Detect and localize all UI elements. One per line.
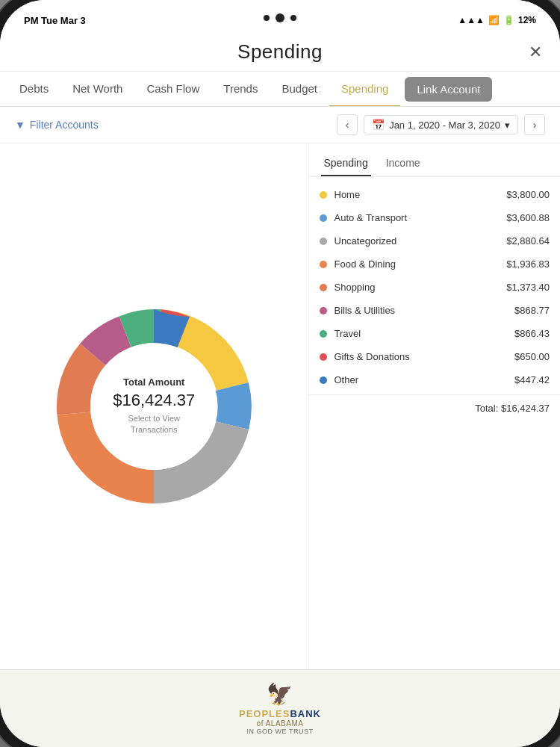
page-header: Spending ✕ — [0, 33, 560, 72]
bank-tagline: IN GOD WE TRUST — [239, 728, 321, 735]
date-range-picker[interactable]: 📅 Jan 1, 2020 - Mar 3, 2020 ▾ — [364, 115, 518, 134]
legend-name: Travel — [335, 328, 515, 339]
wifi-icon: 📶 — [488, 15, 500, 25]
legend-amount: $447.42 — [514, 374, 550, 385]
legend-amount: $3,600.88 — [506, 212, 550, 223]
list-item[interactable]: Auto & Transport $3,600.88 — [309, 206, 561, 229]
legend-dot-travel — [320, 330, 327, 338]
legend-name: Home — [335, 189, 507, 200]
close-button[interactable]: ✕ — [529, 43, 542, 62]
tab-net-worth[interactable]: Net Worth — [60, 72, 134, 107]
next-date-button[interactable]: › — [524, 114, 545, 135]
camera-notch — [264, 13, 296, 22]
svg-point-0 — [90, 343, 217, 470]
list-item[interactable]: Shopping $1,373.40 — [309, 276, 561, 299]
filter-bar: ▼ Filter Accounts ‹ 📅 Jan 1, 2020 - Mar … — [0, 107, 560, 143]
list-item[interactable]: Travel $866.43 — [309, 322, 561, 345]
page-title: Spending — [237, 40, 323, 63]
legend-dot-home — [320, 191, 327, 199]
date-range-label: Jan 1, 2020 - Mar 3, 2020 — [389, 120, 500, 131]
battery-icon: 🔋 — [503, 15, 514, 25]
camera-dot — [264, 15, 270, 21]
legend-tab-spending[interactable]: Spending — [321, 151, 371, 176]
list-item[interactable]: Bills & Utilities $868.77 — [309, 299, 561, 322]
legend-amount: $650.00 — [514, 351, 550, 362]
legend-dot-auto — [320, 214, 327, 222]
tab-spending[interactable]: Spending — [329, 72, 400, 107]
legend-dot-bills — [320, 307, 327, 314]
legend-amount: $866.43 — [514, 328, 550, 339]
legend-dot-uncat — [320, 238, 327, 245]
legend-dot-other — [320, 376, 327, 384]
tab-debts[interactable]: Debts — [7, 72, 60, 107]
app-content: Spending ✕ Debts Net Worth Cash Flow Tre… — [0, 33, 560, 747]
tabs-bar: Debts Net Worth Cash Flow Trends Budget … — [0, 72, 560, 107]
legend-dot-gifts — [320, 353, 327, 361]
tab-cash-flow[interactable]: Cash Flow — [134, 72, 211, 107]
status-icons: ▲▲▲ 📶 🔋 12% — [458, 15, 536, 25]
bank-name: PEOPLESBANK — [239, 708, 321, 719]
donut-svg — [49, 302, 258, 511]
battery-pct: 12% — [518, 15, 536, 25]
status-bar: PM Tue Mar 3 ▲▲▲ 📶 🔋 12% — [0, 0, 560, 33]
legend-dot-shopping — [320, 284, 327, 291]
legend-name: Bills & Utilities — [335, 305, 515, 316]
tab-budget[interactable]: Budget — [270, 72, 329, 107]
date-navigation: ‹ 📅 Jan 1, 2020 - Mar 3, 2020 ▾ › — [337, 114, 545, 135]
footer: 🦅 PEOPLESBANK of ALABAMA IN GOD WE TRUST — [0, 669, 560, 747]
list-item[interactable]: Gifts & Donations $650.00 — [309, 345, 561, 368]
legend-total: Total: $16,424.37 — [309, 394, 561, 421]
filter-icon: ▼ — [15, 119, 25, 131]
chart-section: Total Amount $16,424.37 Select to ViewTr… — [0, 143, 308, 669]
legend-section: Spending Income Home $3,800.00 Auto & Tr… — [308, 143, 561, 669]
legend-name: Other — [335, 374, 515, 385]
legend-dot-food — [320, 261, 327, 268]
legend-name: Shopping — [335, 282, 507, 293]
signal-icon: ▲▲▲ — [458, 15, 485, 25]
list-item[interactable]: Other $447.42 — [309, 368, 561, 391]
status-time: PM Tue Mar 3 — [24, 15, 86, 26]
main-content: Total Amount $16,424.37 Select to ViewTr… — [0, 143, 560, 669]
legend-name: Auto & Transport — [335, 212, 507, 223]
camera-lens — [276, 13, 284, 22]
legend-name: Uncategorized — [335, 235, 507, 247]
bank-logo: 🦅 PEOPLESBANK of ALABAMA IN GOD WE TRUST — [239, 682, 321, 735]
filter-accounts-button[interactable]: ▼ Filter Accounts — [15, 119, 99, 131]
tab-trends[interactable]: Trends — [211, 72, 270, 107]
device-frame: PM Tue Mar 3 ▲▲▲ 📶 🔋 12% Spending ✕ Debt… — [0, 0, 560, 747]
list-item[interactable]: Home $3,800.00 — [309, 183, 561, 206]
legend-amount: $868.77 — [514, 305, 550, 316]
legend-amount: $1,936.83 — [506, 258, 550, 270]
legend-tab-income[interactable]: Income — [383, 151, 423, 176]
list-item[interactable]: Uncategorized $2,880.64 — [309, 229, 561, 252]
link-account-button[interactable]: Link Account — [405, 77, 492, 102]
filter-label: Filter Accounts — [30, 119, 99, 131]
legend-amount: $1,373.40 — [506, 282, 550, 293]
list-item[interactable]: Food & Dining $1,936.83 — [309, 252, 561, 276]
legend-name: Gifts & Donations — [335, 351, 515, 362]
legend-name: Food & Dining — [335, 258, 507, 270]
legend-tabs: Spending Income — [309, 151, 561, 177]
bank-sub: of ALABAMA — [239, 719, 321, 728]
eagle-icon: 🦅 — [239, 682, 321, 707]
prev-date-button[interactable]: ‹ — [337, 114, 358, 135]
donut-chart[interactable]: Total Amount $16,424.37 Select to ViewTr… — [49, 302, 258, 511]
calendar-icon: 📅 — [372, 119, 385, 131]
legend-amount: $3,800.00 — [506, 189, 550, 200]
chevron-down-icon: ▾ — [505, 120, 510, 131]
sensor-dot — [290, 15, 296, 21]
legend-amount: $2,880.64 — [506, 235, 550, 247]
